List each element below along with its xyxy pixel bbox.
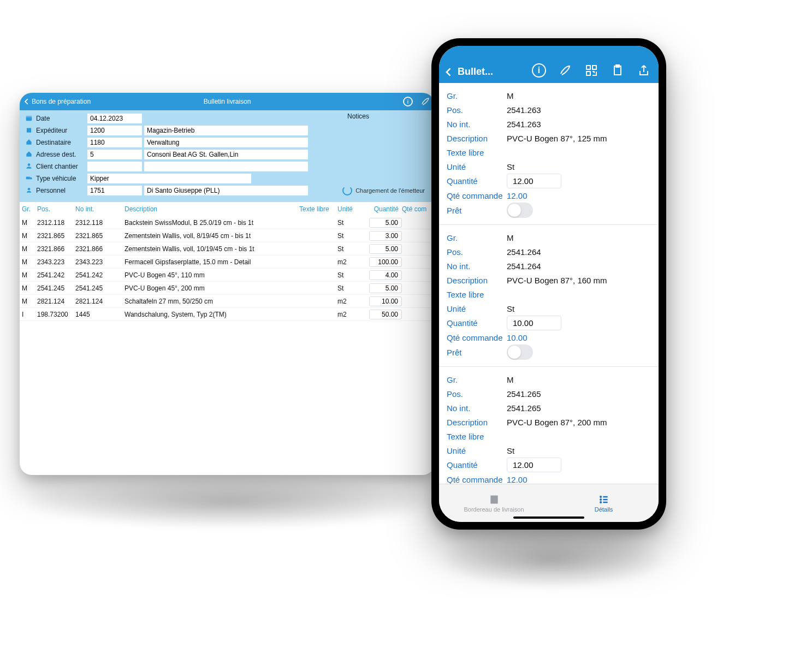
home-indicator[interactable] [513,516,584,519]
cell-pos: 2821.124 [37,298,75,305]
adresse-code-input[interactable] [87,150,142,159]
svg-point-16 [600,501,601,503]
client-name-input[interactable] [144,162,308,171]
personnel-name-input[interactable] [144,186,308,195]
back-button[interactable]: Bons de préparation [20,98,91,105]
cell-noint: 2821.124 [75,298,125,305]
field-label: Qté commande [447,475,507,484]
field-value: St [507,162,514,171]
col-texte: Texte libre [299,205,337,213]
ready-toggle[interactable] [507,345,533,360]
cell-gr: M [22,219,37,227]
svg-point-14 [600,496,601,497]
field-value: 12.00 [507,475,527,484]
field-label: Gr. [447,233,507,242]
field-label: Pos. [447,247,507,257]
field-label: Qté commande [447,191,507,200]
quantity-input[interactable] [369,270,402,280]
table-row[interactable]: M2541.2452541.245PVC-U Bogen 45°, 200 mm… [20,282,435,295]
cell-desc: Backstein SwissModul, B 25.0/19 cm - bis… [125,219,299,227]
cell-unite: m2 [337,298,364,305]
date-input[interactable] [87,114,142,123]
svg-rect-1 [26,115,32,117]
detail-item: Gr.MPos.2541.265No int.2541.265Descripti… [439,367,659,484]
expediteur-label: Expéditeur [36,127,85,134]
table-row[interactable]: M2312.1182312.118Backstein SwissModul, B… [20,216,435,229]
destinataire-code-input[interactable] [87,138,142,147]
quantity-input[interactable] [369,257,402,267]
cell-gr: M [22,232,37,240]
field-value: St [507,446,514,455]
cell-unite: St [337,271,364,279]
ready-toggle[interactable] [507,203,533,218]
field-label: Pos. [447,105,507,115]
tablet-window: Bons de préparation Bulletin livraison i… [20,93,435,475]
field-value: PVC-U Bogen 87°, 160 mm [507,276,607,285]
quantity-input[interactable] [507,316,561,330]
cell-desc: Zementstein Wallis, voll, 10/19/45 cm - … [125,245,299,253]
date-label: Date [36,115,85,122]
adresse-name-input[interactable] [144,150,308,159]
cell-desc: PVC-U Bogen 45°, 110 mm [125,271,299,279]
personnel-code-input[interactable] [87,186,142,195]
chevron-left-icon [443,67,454,78]
cell-pos: 2541.245 [37,284,75,292]
quantity-input[interactable] [507,458,561,472]
cell-desc: Fermacell Gipsfaserplatte, 15.0 mm - Det… [125,258,299,266]
calendar-icon [24,114,34,123]
table-row[interactable]: M2321.8662321.866Zementstein Wallis, vol… [20,242,435,256]
table-row[interactable]: M2343.2232343.223Fermacell Gipsfaserplat… [20,256,435,269]
quantity-input[interactable] [369,296,402,306]
brush-icon[interactable] [558,63,572,78]
info-icon[interactable]: i [532,63,546,78]
field-label: Gr. [447,375,507,384]
detail-item: Gr.MPos.2541.263No int.2541.263Descripti… [439,83,659,225]
field-label: Description [447,134,507,143]
back-button[interactable] [443,67,454,78]
cell-gr: M [22,271,37,279]
detail-list[interactable]: Gr.MPos.2541.263No int.2541.263Descripti… [439,83,659,484]
building-icon [24,126,34,135]
cell-unite: St [337,284,364,292]
field-label: No int. [447,262,507,271]
table-row[interactable]: I198.732001445Wandschalung, System, Typ … [20,308,435,321]
field-value: M [507,91,514,100]
detail-item: Gr.MPos.2541.264No int.2541.264Descripti… [439,225,659,367]
qr-icon[interactable] [584,63,598,78]
home-icon [24,150,34,159]
cell-noint: 2312.118 [75,219,125,227]
phone-topbar: Bullet... i [439,46,659,83]
field-label: Texte libre [447,148,507,157]
topbar-actions: i [532,63,654,78]
client-code-input[interactable] [87,162,142,171]
table-row[interactable]: M2541.2422541.242PVC-U Bogen 45°, 110 mm… [20,269,435,282]
quantity-input[interactable] [507,174,561,188]
destinataire-name-input[interactable] [144,138,308,147]
field-label: Gr. [447,91,507,100]
quantity-input[interactable] [369,231,402,241]
quantity-input[interactable] [369,310,402,319]
clipboard-icon[interactable] [611,63,625,78]
quantity-input[interactable] [369,218,402,228]
cell-pos: 198.73200 [37,311,75,318]
personnel-label: Personnel [36,187,85,194]
spinner-icon [342,186,352,195]
chevron-left-icon [23,98,31,105]
field-label: Quantité [447,318,507,328]
table-row[interactable]: M2821.1242821.124Schaltafeln 27 mm, 50/2… [20,295,435,308]
cell-gr: M [22,284,37,292]
field-label: No int. [447,403,507,413]
table-row[interactable]: M2321.8652321.865Zementstein Wallis, vol… [20,229,435,242]
field-value: PVC-U Bogen 87°, 200 mm [507,418,607,427]
info-icon[interactable]: i [403,97,413,106]
expediteur-code-input[interactable] [87,126,142,135]
quantity-input[interactable] [369,283,402,293]
col-gr: Gr. [22,205,37,213]
brush-icon[interactable] [420,97,430,106]
expediteur-name-input[interactable] [144,126,308,135]
vehicule-input[interactable] [87,174,251,183]
quantity-input[interactable] [369,244,402,254]
share-icon[interactable] [637,63,651,78]
svg-rect-6 [586,66,590,69]
field-label: Quantité [447,176,507,186]
